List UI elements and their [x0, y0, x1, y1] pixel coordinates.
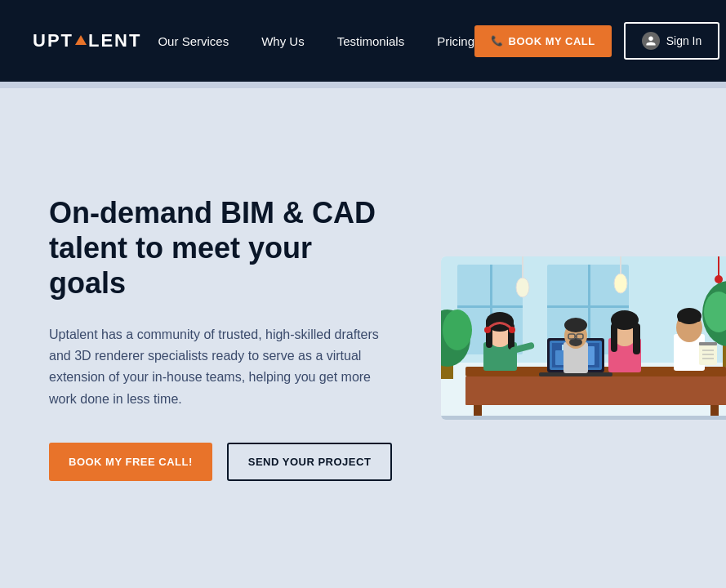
accent-bar — [0, 82, 726, 88]
svg-point-24 — [715, 275, 723, 283]
svg-point-45 — [509, 327, 515, 333]
office-illustration-svg — [441, 256, 726, 420]
send-project-button[interactable]: SEND YOUR PROJECT — [227, 443, 393, 481]
book-free-call-button[interactable]: BOOK MY FREE CALL! — [49, 443, 212, 481]
user-icon — [642, 32, 660, 50]
nav-link-testimonials[interactable]: Testimonials — [337, 34, 405, 48]
nav-link-pricing[interactable]: Pricing — [437, 34, 474, 48]
svg-point-44 — [484, 327, 491, 333]
navbar-actions: 📞 BOOK MY CALL Sign In — [474, 22, 719, 60]
book-my-call-button[interactable]: 📞 BOOK MY CALL — [474, 25, 612, 57]
hero-buttons: BOOK MY FREE CALL! SEND YOUR PROJECT — [49, 443, 392, 481]
phone-icon: 📞 — [491, 35, 504, 47]
svg-rect-65 — [699, 342, 717, 345]
hero-description: Uptalent has a community of trusted, hig… — [49, 324, 392, 411]
svg-point-9 — [516, 278, 529, 297]
sign-in-button[interactable]: Sign In — [624, 22, 720, 60]
svg-rect-63 — [678, 315, 701, 322]
svg-point-11 — [614, 274, 627, 293]
sign-in-label: Sign In — [666, 34, 702, 47]
hero-content: On-demand BIM & CAD talent to meet your … — [49, 195, 392, 481]
svg-rect-7 — [547, 305, 629, 308]
hero-illustration — [441, 256, 726, 420]
logo-triangle-icon — [75, 35, 87, 45]
svg-rect-4 — [457, 305, 523, 308]
hero-section: On-demand BIM & CAD talent to meet your … — [0, 88, 726, 588]
hero-image-container — [441, 256, 726, 420]
navbar: UPTLENT Our Services Why Us Testimonials… — [0, 0, 726, 82]
svg-rect-64 — [699, 342, 717, 365]
nav-link-our-services[interactable]: Our Services — [158, 34, 229, 48]
logo-text: UPTLENT — [33, 30, 141, 51]
logo: UPTLENT — [33, 30, 141, 51]
svg-rect-59 — [633, 323, 640, 354]
nav-links: Our Services Why Us Testimonials Pricing — [158, 34, 474, 48]
svg-rect-58 — [611, 323, 617, 352]
svg-point-18 — [443, 310, 472, 350]
hero-title: On-demand BIM & CAD talent to meet your … — [49, 195, 392, 301]
svg-point-49 — [564, 318, 587, 332]
svg-rect-26 — [465, 376, 726, 405]
svg-rect-69 — [441, 416, 726, 420]
book-btn-label: BOOK MY CALL — [509, 35, 595, 47]
nav-link-why-us[interactable]: Why Us — [261, 34, 305, 48]
